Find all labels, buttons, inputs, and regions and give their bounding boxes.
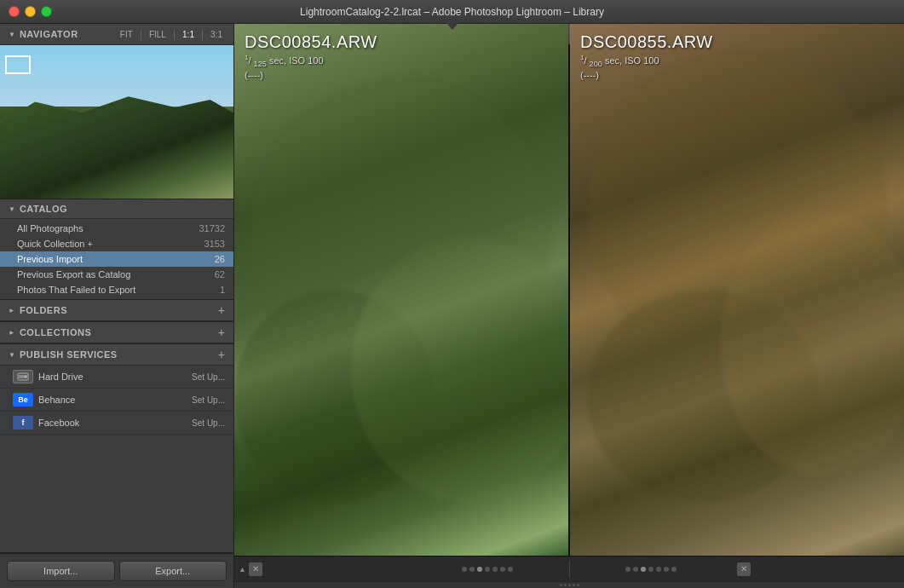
publish-item-facebook-left: f Facebook (13, 416, 79, 429)
zoom-3-1[interactable]: 3:1 (208, 29, 225, 40)
catalog-all-photographs-label: All Photographs (17, 223, 199, 233)
facebook-icon: f (13, 416, 33, 429)
catalog-row-quick-collection[interactable]: Quick Collection + 3153 (0, 236, 233, 251)
filmstrip-dot (671, 567, 677, 572)
window-title: LightroomCatalog-2-2.lrcat – Adobe Photo… (300, 6, 604, 18)
behance-icon: Be (13, 393, 33, 406)
publish-add-button[interactable]: + (218, 349, 225, 360)
left-image-panel[interactable]: DSC00854.ARW 1/ 125 sec, ISO 100 (----) (234, 24, 568, 556)
left-iso: ISO 100 (289, 55, 323, 66)
catalog-failed-export-count: 1 (220, 285, 225, 295)
behance-setup-button[interactable]: Set Up... (192, 395, 225, 405)
catalog-quick-collection-label: Quick Collection + (17, 239, 204, 249)
filmstrip-top: ▲ ✕ (234, 556, 904, 581)
minimize-button[interactable] (25, 6, 36, 17)
resize-dot (577, 584, 579, 586)
catalog-row-previous-import[interactable]: Previous Import 26 (0, 251, 233, 267)
zoom-1-1[interactable]: 1:1 (180, 29, 197, 40)
filmstrip-expand-left[interactable]: ▲ (239, 565, 246, 574)
catalog-row-previous-export[interactable]: Previous Export as Catalog 62 (0, 267, 233, 282)
left-shutter-num: 1 (245, 54, 248, 61)
content-area: Select Candidate DSC0 (234, 24, 904, 588)
maximize-button[interactable] (41, 6, 52, 17)
collections-add-button[interactable]: + (218, 326, 225, 338)
filmstrip-dot (656, 567, 661, 572)
folders-header[interactable]: ▼ Folders + (0, 300, 233, 321)
filmstrip-area: ▲ ✕ (234, 556, 904, 588)
compare-area: Select Candidate DSC0 (234, 24, 904, 556)
titlebar-arrow (446, 23, 458, 30)
catalog-section: ▼ Catalog All Photographs 31732 Quick Co… (0, 199, 233, 300)
folders-add-button[interactable]: + (218, 304, 225, 316)
close-button[interactable] (9, 6, 20, 17)
catalog-quick-collection-count: 3153 (204, 239, 225, 249)
right-shutter-num: 1 (580, 54, 584, 61)
facebook-setup-button[interactable]: Set Up... (192, 418, 225, 428)
publish-item-behance[interactable]: Be Behance Set Up... (0, 389, 233, 412)
left-shutter: 1/ 125 sec, ISO 100 (245, 54, 377, 68)
navigator-triangle: ▼ (9, 31, 15, 38)
catalog-previous-export-label: Previous Export as Catalog (17, 269, 215, 280)
folders-title: Folders (20, 305, 67, 315)
window-controls[interactable] (9, 6, 52, 17)
navigator-header[interactable]: ▼ Navigator FIT | FILL | 1:1 | 3:1 (0, 24, 233, 45)
publish-header-left: ▼ Publish Services (9, 349, 118, 360)
publish-item-facebook[interactable]: f Facebook Set Up... (0, 412, 233, 435)
publish-item-hard-drive[interactable]: Hard Drive Set Up... (0, 366, 233, 389)
filmstrip-dot (508, 567, 513, 572)
filmstrip-close-right[interactable]: ✕ (737, 562, 751, 576)
filmstrip-dot (485, 567, 490, 572)
right-lens: (----) (580, 70, 713, 80)
catalog-row-all-photographs[interactable]: All Photographs 31732 (0, 221, 233, 236)
catalog-header[interactable]: ▼ Catalog (0, 199, 233, 219)
catalog-title: Catalog (20, 204, 67, 214)
right-photo-bg (570, 24, 904, 556)
catalog-row-failed-export[interactable]: Photos That Failed to Export 1 (0, 282, 233, 297)
right-image-panel[interactable]: DSC00855.ARW 1/ 200 sec, ISO 100 (----) (570, 24, 904, 556)
main-layout: ▼ Navigator FIT | FILL | 1:1 | 3:1 (0, 24, 904, 588)
publish-section: ▼ Publish Services + Hard Drive (0, 344, 233, 553)
hard-drive-svg (17, 372, 29, 381)
right-shutter-den: 200 (590, 60, 602, 68)
publish-item-hard-drive-left: Hard Drive (13, 370, 83, 383)
zoom-controls: FIT | FILL | 1:1 | 3:1 (118, 28, 225, 40)
collections-triangle: ▼ (8, 329, 15, 336)
filmstrip-dot (625, 567, 630, 572)
titlebar: LightroomCatalog-2-2.lrcat – Adobe Photo… (0, 0, 904, 24)
import-button[interactable]: Import... (7, 561, 115, 581)
bottom-buttons: Import... Export... (0, 553, 233, 588)
collections-header[interactable]: ▼ Collections + (0, 322, 233, 343)
zoom-fit[interactable]: FIT (118, 29, 135, 40)
left-filename: DSC00854.ARW (245, 32, 377, 52)
left-lens: (----) (245, 70, 377, 80)
left-panel: ▼ Navigator FIT | FILL | 1:1 | 3:1 (0, 24, 234, 588)
filmstrip-close-left[interactable]: ✕ (249, 562, 262, 576)
navigator-title: Navigator (20, 29, 78, 39)
zoom-fill[interactable]: FILL (147, 29, 169, 40)
hard-drive-label: Hard Drive (38, 372, 83, 382)
right-iso: ISO 100 (625, 55, 659, 66)
filmstrip-dot (664, 567, 669, 572)
hard-drive-setup-button[interactable]: Set Up... (192, 372, 225, 382)
filmstrip-dot (469, 567, 475, 572)
publish-item-behance-left: Be Behance (13, 393, 75, 406)
resize-dots (560, 584, 579, 586)
folders-header-left: ▼ Folders (9, 305, 67, 315)
folders-section: ▼ Folders + (0, 300, 233, 322)
collections-header-left: ▼ Collections (9, 327, 91, 337)
filmstrip-right-controls: ✕ (733, 562, 904, 576)
navigator-preview[interactable] (0, 45, 233, 199)
navigator-zoom-box (5, 55, 31, 74)
folders-triangle: ▼ (8, 307, 15, 314)
publish-header[interactable]: ▼ Publish Services + (0, 344, 233, 366)
left-photo-bg (234, 24, 568, 556)
export-button[interactable]: Export... (119, 561, 227, 581)
navigator-header-left: ▼ Navigator (9, 29, 78, 39)
collections-section: ▼ Collections + (0, 322, 233, 344)
filmstrip-dots-left (406, 567, 568, 572)
svg-point-2 (25, 376, 26, 378)
resize-handle[interactable] (234, 581, 904, 588)
filmstrip-dot (648, 567, 654, 572)
left-shutter-den: 125 (254, 60, 267, 68)
catalog-triangle: ▼ (9, 205, 15, 213)
